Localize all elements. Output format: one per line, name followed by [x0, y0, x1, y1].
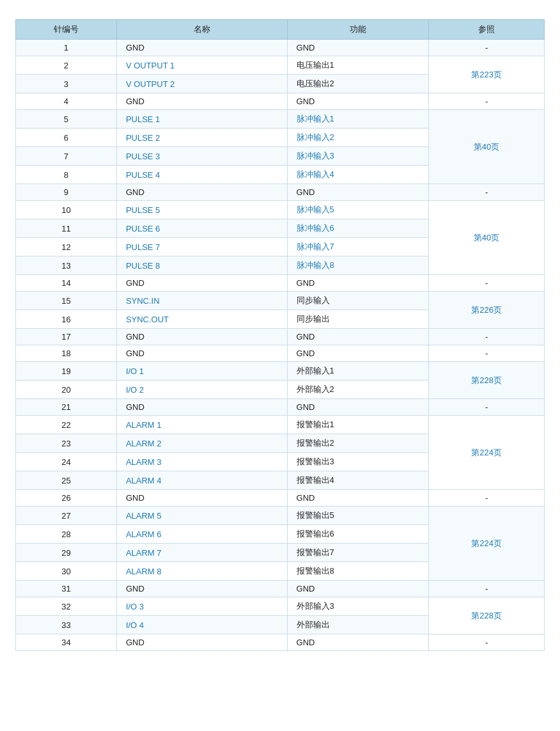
func-cell: GND [287, 345, 429, 362]
func-cell: 脉冲输入2 [287, 129, 429, 147]
pin-cell: 18 [16, 345, 117, 362]
pin-cell: 8 [16, 166, 117, 184]
func-cell: 脉冲输入7 [287, 238, 429, 256]
name-cell: ALARM 5 [116, 507, 287, 525]
name-cell: ALARM 6 [116, 525, 287, 544]
name-cell: SYNC.OUT [116, 310, 287, 329]
col-ref: 参照 [429, 20, 545, 40]
ref-cell: - [429, 490, 545, 507]
ref-cell: 第228页 [429, 597, 545, 634]
name-cell: GND [116, 275, 287, 292]
table-row: 34GNDGND- [16, 634, 545, 651]
name-cell: PULSE 6 [116, 219, 287, 238]
pin-cell: 6 [16, 129, 117, 147]
table-row: 1GNDGND- [16, 40, 545, 56]
name-cell: SYNC.IN [116, 292, 287, 310]
func-cell: 外部输出 [287, 616, 429, 634]
col-name: 名称 [116, 20, 287, 40]
table-row: 18GNDGND- [16, 345, 545, 362]
pin-cell: 12 [16, 238, 117, 256]
name-cell: GND [116, 345, 287, 362]
table-row: 17GNDGND- [16, 329, 545, 345]
ref-cell: - [429, 329, 545, 345]
pin-cell: 11 [16, 219, 117, 238]
table-row: 22ALARM 1报警输出1第224页 [16, 416, 545, 434]
pin-cell: 9 [16, 184, 117, 201]
func-cell: GND [287, 634, 429, 651]
func-cell: 报警输出6 [287, 525, 429, 544]
pin-cell: 7 [16, 147, 117, 166]
pin-cell: 23 [16, 434, 117, 453]
name-cell: GND [116, 93, 287, 110]
ref-cell: - [429, 93, 545, 110]
pin-cell: 26 [16, 490, 117, 507]
terminal-table: 针编号 名称 功能 参照 1GNDGND-2V OUTPUT 1电压输出1第22… [15, 19, 545, 651]
pin-cell: 20 [16, 381, 117, 399]
func-cell: GND [287, 490, 429, 507]
pin-cell: 1 [16, 40, 117, 56]
ref-cell: 第228页 [429, 362, 545, 399]
func-cell: 脉冲输入8 [287, 256, 429, 275]
func-cell: 脉冲输入3 [287, 147, 429, 166]
pin-cell: 22 [16, 416, 117, 434]
name-cell: ALARM 4 [116, 471, 287, 490]
func-cell: 脉冲输入5 [287, 201, 429, 219]
ref-cell: 第40页 [429, 110, 545, 184]
ref-cell: - [429, 275, 545, 292]
col-func: 功能 [287, 20, 429, 40]
func-cell: GND [287, 581, 429, 597]
table-row: 14GNDGND- [16, 275, 545, 292]
name-cell: GND [116, 399, 287, 416]
table-row: 2V OUTPUT 1电压输出1第223页 [16, 56, 545, 75]
pin-cell: 33 [16, 616, 117, 634]
ref-cell: - [429, 581, 545, 597]
func-cell: 报警输出2 [287, 434, 429, 453]
func-cell: GND [287, 275, 429, 292]
name-cell: GND [116, 581, 287, 597]
pin-cell: 16 [16, 310, 117, 329]
ref-cell: - [429, 634, 545, 651]
pin-cell: 28 [16, 525, 117, 544]
pin-cell: 32 [16, 597, 117, 616]
pin-cell: 34 [16, 634, 117, 651]
pin-cell: 29 [16, 544, 117, 562]
pin-cell: 19 [16, 362, 117, 381]
ref-cell: - [429, 184, 545, 201]
name-cell: I/O 2 [116, 381, 287, 399]
pin-cell: 3 [16, 75, 117, 93]
name-cell: ALARM 3 [116, 453, 287, 471]
ref-cell: 第223页 [429, 56, 545, 93]
name-cell: GND [116, 490, 287, 507]
pin-cell: 2 [16, 56, 117, 75]
func-cell: GND [287, 40, 429, 56]
name-cell: PULSE 3 [116, 147, 287, 166]
name-cell: PULSE 5 [116, 201, 287, 219]
func-cell: 脉冲输入6 [287, 219, 429, 238]
pin-cell: 10 [16, 201, 117, 219]
name-cell: I/O 3 [116, 597, 287, 616]
name-cell: I/O 4 [116, 616, 287, 634]
name-cell: GND [116, 184, 287, 201]
name-cell: ALARM 2 [116, 434, 287, 453]
pin-cell: 17 [16, 329, 117, 345]
table-header-row: 针编号 名称 功能 参照 [16, 20, 545, 40]
pin-cell: 30 [16, 562, 117, 581]
func-cell: 报警输出5 [287, 507, 429, 525]
ref-cell: - [429, 345, 545, 362]
func-cell: 外部输入3 [287, 597, 429, 616]
ref-cell: - [429, 40, 545, 56]
pin-cell: 24 [16, 453, 117, 471]
func-cell: 同步输入 [287, 292, 429, 310]
func-cell: 报警输出8 [287, 562, 429, 581]
func-cell: 电压输出2 [287, 75, 429, 93]
ref-cell: 第224页 [429, 416, 545, 490]
pin-cell: 5 [16, 110, 117, 129]
func-cell: 外部输入1 [287, 362, 429, 381]
name-cell: V OUTPUT 2 [116, 75, 287, 93]
name-cell: V OUTPUT 1 [116, 56, 287, 75]
table-row: 4GNDGND- [16, 93, 545, 110]
table-row: 19I/O 1外部输入1第228页 [16, 362, 545, 381]
name-cell: ALARM 7 [116, 544, 287, 562]
table-row: 9GNDGND- [16, 184, 545, 201]
name-cell: PULSE 7 [116, 238, 287, 256]
